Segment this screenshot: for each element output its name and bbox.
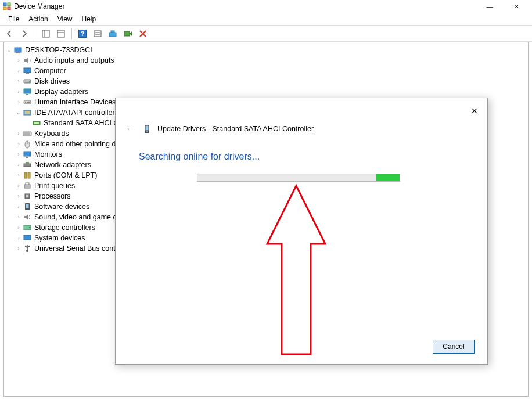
disk-icon (23, 77, 32, 86)
svg-rect-17 (16, 52, 20, 53)
svg-rect-2 (3, 7, 6, 10)
tree-item-2[interactable]: ›Disk drives (5, 76, 527, 87)
svg-rect-37 (24, 152, 31, 156)
window-title: Device Manager (14, 2, 64, 10)
expand-toggle[interactable]: › (15, 76, 23, 87)
devmgr-icon (2, 2, 12, 11)
expand-toggle[interactable]: › (15, 222, 23, 233)
svg-rect-13 (109, 33, 116, 37)
ide-icon (23, 108, 32, 117)
expand-toggle[interactable]: › (15, 191, 23, 201)
system-icon (23, 233, 32, 243)
tree-item-label: Monitors (34, 149, 62, 160)
svg-rect-4 (42, 30, 49, 37)
tree-item-label: Print queues (34, 181, 75, 191)
svg-point-27 (28, 102, 30, 103)
usb-icon (23, 244, 32, 253)
expand-toggle[interactable]: › (15, 139, 23, 149)
scan-hardware-button[interactable] (121, 27, 135, 41)
software-icon (23, 202, 32, 211)
dialog-message: Searching online for drivers... (139, 152, 260, 162)
svg-rect-15 (124, 31, 130, 36)
menu-view[interactable]: View (53, 14, 77, 24)
tree-item-label: IDE ATA/ATAPI controllers (34, 107, 118, 118)
update-driver-button[interactable] (106, 27, 120, 41)
expand-toggle[interactable]: › (15, 233, 23, 243)
svg-rect-19 (26, 73, 29, 74)
menu-help[interactable]: Help (77, 14, 101, 24)
expand-toggle[interactable]: › (15, 243, 23, 254)
svg-rect-3 (8, 7, 10, 10)
computer-icon (23, 66, 32, 75)
tree-item-label: Computer (34, 66, 66, 76)
svg-rect-44 (26, 183, 29, 185)
expand-toggle[interactable]: › (15, 149, 23, 160)
minimize-button[interactable]: — (476, 0, 503, 13)
action-button[interactable] (91, 27, 105, 41)
svg-point-50 (29, 227, 30, 228)
toolbar: ? (0, 26, 532, 42)
tree-root[interactable]: ⌄DESKTOP-733DGCI (5, 45, 527, 55)
display-icon (23, 87, 32, 96)
svg-rect-41 (24, 172, 27, 178)
svg-rect-6 (57, 30, 64, 37)
expand-toggle[interactable]: › (15, 170, 23, 181)
expand-toggle[interactable]: › (15, 87, 23, 97)
svg-rect-40 (26, 162, 29, 164)
nav-back-button[interactable] (2, 27, 16, 41)
close-button[interactable]: ✕ (503, 0, 530, 13)
expand-toggle[interactable]: ⌄ (15, 107, 23, 118)
menu-action[interactable]: Action (24, 14, 52, 24)
svg-point-21 (29, 81, 30, 82)
hid-icon (23, 98, 32, 107)
svg-rect-42 (28, 172, 30, 178)
tree-item-3[interactable]: ›Display adapters (5, 87, 527, 97)
svg-rect-51 (24, 235, 31, 240)
svg-text:?: ? (81, 30, 85, 37)
svg-rect-48 (26, 204, 29, 208)
tree-item-0[interactable]: ›Audio inputs and outputs (5, 55, 527, 66)
svg-rect-10 (94, 31, 101, 37)
network-icon (23, 160, 32, 170)
expand-toggle[interactable]: › (15, 128, 23, 139)
svg-rect-39 (24, 164, 31, 167)
root-icon (13, 45, 23, 55)
svg-rect-23 (26, 94, 28, 95)
nav-forward-button[interactable] (17, 27, 31, 41)
expand-toggle[interactable]: › (15, 55, 23, 66)
tree-item-1[interactable]: ›Computer (5, 66, 527, 76)
expand-toggle[interactable]: › (15, 201, 23, 212)
device-icon (142, 124, 152, 134)
help-button[interactable]: ? (76, 27, 89, 41)
tree-item-label: Human Interface Devices (34, 97, 116, 107)
tree-item-label: Software devices (34, 201, 89, 212)
print-icon (23, 181, 32, 190)
dialog-back-button[interactable]: ← (124, 122, 136, 135)
monitor-icon (23, 150, 32, 159)
uninstall-device-button[interactable] (136, 27, 150, 41)
svg-rect-16 (15, 48, 21, 52)
svg-rect-46 (26, 195, 28, 197)
svg-rect-31 (34, 122, 39, 124)
sound-icon (23, 212, 32, 222)
tree-item-label: Processors (34, 191, 71, 201)
update-drivers-dialog: ✕ ← Update Drivers - Standard SATA AHCI … (115, 98, 488, 365)
menu-file[interactable]: File (3, 14, 24, 24)
show-hide-tree-button[interactable] (39, 27, 53, 41)
expand-toggle[interactable]: › (15, 97, 23, 107)
ports-icon (23, 171, 32, 180)
expand-toggle[interactable]: › (15, 160, 23, 170)
expand-toggle[interactable]: › (15, 181, 23, 191)
expand-toggle[interactable]: ⌄ (5, 45, 13, 55)
dialog-title: Update Drivers - Standard SATA AHCI Cont… (157, 125, 314, 133)
properties-button[interactable] (54, 27, 68, 41)
cancel-button[interactable]: Cancel (433, 340, 475, 354)
svg-point-26 (27, 102, 28, 103)
tree-item-label: System devices (34, 233, 85, 243)
expand-toggle[interactable]: › (15, 212, 23, 222)
menu-bar: File Action View Help (0, 13, 532, 26)
tree-item-label: DESKTOP-733DGCI (25, 45, 92, 55)
svg-rect-29 (25, 111, 30, 114)
dialog-close-button[interactable]: ✕ (468, 104, 481, 118)
expand-toggle[interactable]: › (15, 66, 23, 76)
